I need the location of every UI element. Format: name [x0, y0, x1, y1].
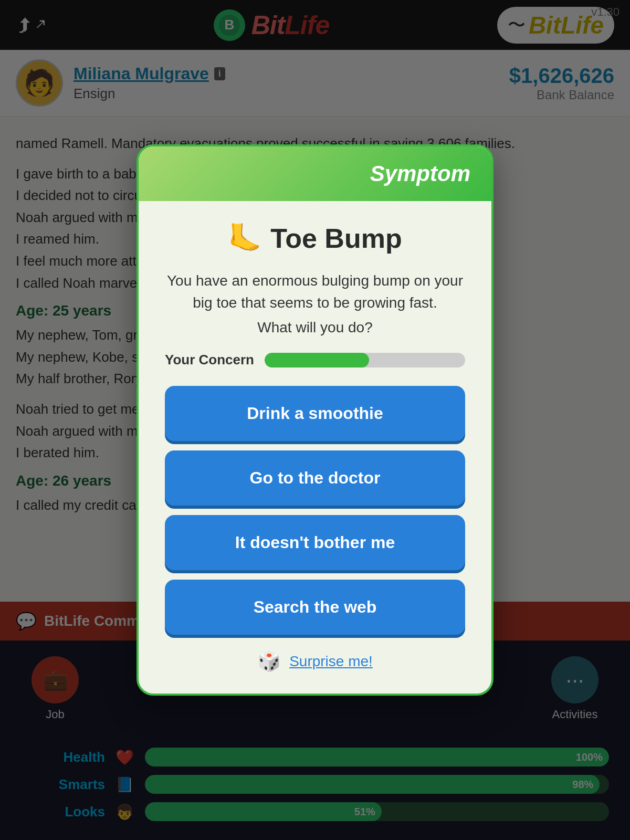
concern-bar-bg — [265, 353, 465, 368]
concern-row: Your Concern — [165, 352, 465, 368]
symptom-title-row: 🦶 Toe Bump — [165, 222, 465, 254]
symptom-emoji: 🦶 — [228, 222, 262, 254]
modal-body: 🦶 Toe Bump You have an enormous bulging … — [139, 201, 491, 694]
concern-label: Your Concern — [165, 352, 254, 368]
modal-overlay: Symptom 🦶 Toe Bump You have an enormous … — [0, 0, 630, 840]
modal-header: Symptom — [139, 146, 491, 201]
symptom-question: What will you do? — [165, 319, 465, 336]
surprise-row: 🎲 Surprise me! — [165, 650, 465, 673]
concern-bar-fill — [265, 353, 369, 368]
symptom-name: Toe Bump — [270, 223, 402, 254]
doesnt-bother-me-button[interactable]: It doesn't bother me — [165, 515, 465, 570]
surprise-emoji: 🎲 — [257, 650, 281, 673]
symptom-description: You have an enormous bulging bump on you… — [165, 270, 465, 314]
modal-header-title: Symptom — [370, 161, 470, 186]
drink-smoothie-button[interactable]: Drink a smoothie — [165, 386, 465, 441]
surprise-me-link[interactable]: Surprise me! — [289, 653, 373, 670]
go-to-doctor-button[interactable]: Go to the doctor — [165, 450, 465, 506]
search-web-button[interactable]: Search the web — [165, 580, 465, 635]
symptom-modal: Symptom 🦶 Toe Bump You have an enormous … — [136, 144, 494, 696]
